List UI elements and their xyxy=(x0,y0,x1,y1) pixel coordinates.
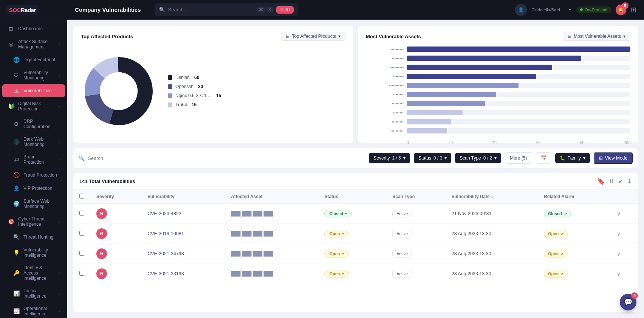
grid-view-icon: ⊞ xyxy=(599,155,603,161)
sidebar-item-surface-web[interactable]: 🌍 Surface Web Monitoring xyxy=(2,195,65,213)
app-logo[interactable]: SOCRadar xyxy=(6,5,39,15)
table-search-input[interactable] xyxy=(88,155,365,161)
donut-filter-button[interactable]: ⊟ Top Affected Products ▾ xyxy=(281,32,345,41)
external-link-icon: ↗ xyxy=(564,212,567,216)
nav-icon-attack-surface: ◎ xyxy=(8,41,14,47)
vulnerability-cell[interactable]: CVE-2019-10081 xyxy=(141,224,225,244)
sidebar-item-tactical-intel[interactable]: 📊 Tactical Intelligence › xyxy=(2,285,65,302)
status-pill[interactable]: Closed ▾ xyxy=(324,210,352,217)
vuln-date-column-header: Vulnerability Date ↓ xyxy=(446,190,538,204)
row-checkbox[interactable] xyxy=(79,211,84,216)
expand-cell: ∨ xyxy=(611,244,638,264)
sidebar-item-attack-surface[interactable]: ◎ Attack Surface Management › xyxy=(2,36,65,53)
vulnerability-cell[interactable]: CVE-2023-4822 xyxy=(141,204,225,224)
severity-badge: H xyxy=(96,228,107,239)
severity-filter-button[interactable]: Severity 1 / 5 ▾ xyxy=(369,153,410,163)
related-alarm-pill[interactable]: Open ↗ xyxy=(544,250,568,258)
vulnerability-cell[interactable]: CVE-2021-33193 xyxy=(141,264,225,284)
bar-row: •••••••• xyxy=(366,73,630,80)
download-icon[interactable]: ⬇ xyxy=(627,178,632,185)
nav-icon-identity-access: 🔑 xyxy=(13,270,20,276)
sidebar-item-threat-hunting[interactable]: 🔍 Threat Hunting xyxy=(2,231,65,244)
sidebar-item-vulnerabilities[interactable]: ⚠ Vulnerabilities xyxy=(2,84,65,97)
sidebar-label-dark-web: Dark Web Monitoring xyxy=(23,137,55,147)
sidebar-nav: ⊡ Dashboards ◎ Attack Surface Management… xyxy=(0,20,67,318)
grid-icon[interactable]: ⊞ xyxy=(631,6,636,14)
notification-count: 9 xyxy=(622,2,629,9)
sidebar-item-drp-config[interactable]: ⚙ DRP Configuration xyxy=(2,115,65,133)
expand-icon[interactable]: ∨ xyxy=(617,211,621,217)
sidebar-label-vulnerability-monitoring: Vulnerability Monitoring xyxy=(23,70,55,81)
bookmark-icon[interactable]: 🔖 xyxy=(597,178,605,185)
expand-icon[interactable]: ∨ xyxy=(617,251,621,257)
status-pill[interactable]: Open ▾ xyxy=(324,230,348,237)
table-search[interactable]: 🔍 xyxy=(79,155,365,161)
bar-label: •••••••••• xyxy=(366,47,404,51)
pause-icon[interactable]: ⏸ xyxy=(608,178,615,185)
scan-type-pill: Active xyxy=(392,270,412,278)
axis-label: 40 xyxy=(492,141,497,145)
severity-column-header: Severity xyxy=(90,190,141,204)
content-area: Top Affected Products ⊟ Top Affected Pro… xyxy=(67,20,644,318)
sidebar-item-vulnerability-monitoring[interactable]: 🛡 Vulnerability Monitoring › xyxy=(2,67,65,84)
legend-item: Openssh 20 xyxy=(168,84,221,89)
related-alarm-pill[interactable]: Closed ↗ xyxy=(544,210,571,217)
row-checkbox-cell xyxy=(73,264,90,284)
sidebar-item-dark-web[interactable]: 🌑 Dark Web Monitoring › xyxy=(2,133,65,150)
chevron-icon: › xyxy=(59,73,60,78)
expand-icon[interactable]: ∨ xyxy=(617,231,621,237)
sidebar-item-operational-intel[interactable]: 📈 Operational Intelligence › xyxy=(2,302,65,318)
search-icon: 🔍 xyxy=(159,7,165,12)
chevron-down-icon: ▾ xyxy=(583,155,585,161)
view-mode-button[interactable]: ⊞ View Mode xyxy=(594,152,633,164)
global-search-box[interactable]: 🔍 ⌘ K ❤ AI xyxy=(155,3,298,16)
sidebar-item-dashboards[interactable]: ⊡ Dashboards xyxy=(2,22,65,35)
chevron-down-icon[interactable]: ▼ xyxy=(568,8,572,12)
chevron-down-icon: ▾ xyxy=(403,155,406,161)
calendar-button[interactable]: 📅 xyxy=(536,152,551,164)
bar-track xyxy=(407,47,630,52)
expand-icon[interactable]: ∨ xyxy=(617,271,621,277)
row-checkbox[interactable] xyxy=(79,251,84,256)
donut-chart xyxy=(81,53,156,129)
sidebar-item-brand-protection[interactable]: 🏷 Brand Protection › xyxy=(2,151,65,168)
status-pill[interactable]: Open ▾ xyxy=(324,250,348,258)
sidebar-item-identity-access[interactable]: 🔑 Identity & Access Intelligence › xyxy=(2,262,65,284)
nav-icon-brand-protection: 🏷 xyxy=(13,157,20,163)
sidebar-item-digital-risk[interactable]: 🔰 Digital Risk Protection › xyxy=(2,98,65,115)
bar-row: ••••••••• xyxy=(366,54,630,62)
chevron-icon: › xyxy=(59,220,60,224)
sidebar-item-fraud-protection[interactable]: 🚫 Fraud Protection xyxy=(2,169,65,181)
vulnerability-cell[interactable]: CVE-2021-34798 xyxy=(141,244,225,264)
family-filter-button[interactable]: 🐛 Family ▾ xyxy=(555,153,590,163)
related-alarm-pill[interactable]: Open ↗ xyxy=(544,230,568,237)
chat-fab-button[interactable]: 💬 9 xyxy=(620,294,636,310)
most-vulnerable-assets-card: Most Vulnerable Assets ⊟ Most Vulnerable… xyxy=(358,26,638,143)
chart-header-bar: Most Vulnerable Assets ⊟ Most Vulnerable… xyxy=(366,32,630,41)
row-checkbox[interactable] xyxy=(79,231,84,236)
asset-value: ███.███.███.███ xyxy=(231,251,273,256)
related-alarm-pill[interactable]: Open ↗ xyxy=(544,270,568,278)
select-all-checkbox[interactable] xyxy=(79,194,84,199)
bar-label: •••••••••• xyxy=(366,129,404,133)
asset-value: ███.███.███.███ xyxy=(231,271,273,276)
sidebar-item-vip-protection[interactable]: 👤 VIP Protection xyxy=(2,182,65,195)
status-filter-button[interactable]: Status 0 / 3 ▾ xyxy=(414,153,451,163)
row-checkbox[interactable] xyxy=(79,271,84,276)
bar-filter-button[interactable]: ⊟ Most Vulnerable Assets ▾ xyxy=(563,32,630,41)
sidebar-item-cyber-threat[interactable]: 🎯 Cyber Threat Intelligence › xyxy=(2,213,65,230)
notification-button[interactable]: 🔔 9 xyxy=(616,5,626,15)
avatar[interactable]: 👤 xyxy=(515,4,527,16)
scan-type-filter-button[interactable]: Scan Type 0 / 2 ▾ xyxy=(455,153,501,163)
sidebar-item-digital-footprint[interactable]: 🌐 Digital Footprint xyxy=(2,53,65,66)
vuln-date-cell: 21 Nov 2023 09:31 xyxy=(446,204,538,224)
legend-label: Openssh xyxy=(175,84,194,89)
ai-button[interactable]: ❤ AI xyxy=(276,6,294,14)
search-input[interactable] xyxy=(168,7,254,12)
status-pill[interactable]: Open ▾ xyxy=(324,270,348,278)
more-filters-button[interactable]: More (5) xyxy=(505,152,532,164)
legend-item: Nginx 0.6.X < 1.... 15 xyxy=(168,93,221,98)
sidebar-item-vuln-intelligence[interactable]: 💡 Vulnerability Intelligence xyxy=(2,244,65,261)
legend-label: Tru64 xyxy=(175,102,187,107)
check-icon[interactable]: ✔ xyxy=(618,178,623,185)
